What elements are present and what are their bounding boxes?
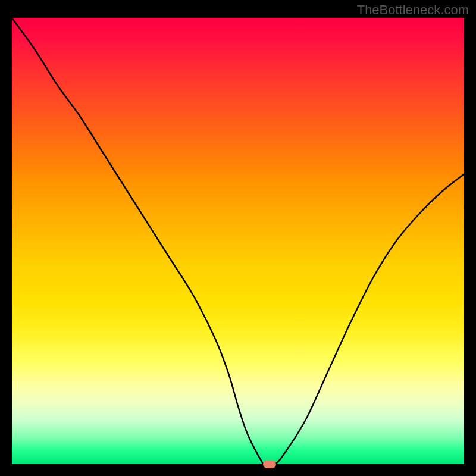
gradient-background bbox=[12, 18, 464, 464]
plot-area bbox=[12, 18, 464, 464]
optimal-point-marker bbox=[263, 460, 276, 468]
watermark-text: TheBottleneck.com bbox=[357, 2, 469, 18]
